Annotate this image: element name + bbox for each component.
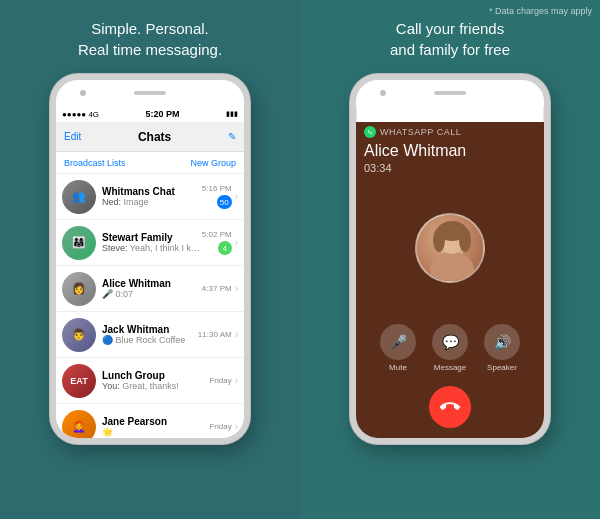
avatar-5: EAT [62, 364, 96, 398]
call-avatar-area [356, 180, 544, 316]
call-avatar [415, 213, 485, 283]
new-group[interactable]: New Group [190, 158, 236, 168]
call-controls: 🎤 Mute 💬 Message 🔊 Speaker [356, 316, 544, 380]
chat-meta-5: Friday [209, 376, 231, 385]
message-icon-circle: 💬 [432, 324, 468, 360]
speaker-icon-circle: 🔊 [484, 324, 520, 360]
chat-row-1[interactable]: 👥 Whitmans Chat Ned: Image 5:16 PM 50 › [56, 174, 244, 220]
right-panel: * Data charges may apply Call your frien… [300, 0, 600, 519]
chat-info-1: Whitmans Chat Ned: Image [102, 186, 202, 207]
speaker-left [134, 91, 166, 95]
call-screen: WHATSAPP CALL Alice Whitman 03:34 [356, 122, 544, 438]
chats-title: Chats [138, 130, 171, 144]
mute-icon-circle: 🎤 [380, 324, 416, 360]
carrier-right: ●●●●● WiFi [362, 110, 404, 119]
right-tagline: Call your friends and family for free [390, 18, 510, 60]
broadcast-row: Broadcast Lists New Group [56, 152, 244, 174]
call-duration: 03:34 [356, 162, 544, 180]
avatar-2: 👨‍👩‍👧 [62, 226, 96, 260]
end-call-button[interactable] [429, 386, 471, 428]
chat-name-2: Stewart Family [102, 232, 202, 243]
edit-button[interactable]: Edit [64, 131, 81, 142]
chat-meta-3: 4:37 PM [202, 284, 232, 293]
chat-info-2: Stewart Family Steve: Yeah, I think I kn… [102, 232, 202, 253]
chat-badge-2: 4 [218, 241, 232, 255]
camera-left [80, 90, 86, 96]
svg-point-5 [459, 228, 471, 252]
wa-call-header: WHATSAPP CALL [356, 122, 544, 142]
wa-logo [364, 126, 376, 138]
avatar-1: 👥 [62, 180, 96, 214]
chevron-4: › [235, 329, 238, 340]
camera-right [380, 90, 386, 96]
speaker-label: Speaker [487, 363, 517, 372]
chat-info-4: Jack Whitman 🔵 Blue Rock Coffee [102, 324, 198, 345]
avatar-3: 👩 [62, 272, 96, 306]
chat-meta-4: 11:30 AM [198, 330, 232, 339]
time-left: 5:20 PM [146, 109, 180, 119]
mute-button[interactable]: 🎤 Mute [380, 324, 416, 372]
avatar-4: 👨 [62, 318, 96, 352]
chat-name-6: Jane Pearson [102, 416, 209, 427]
chat-row-5[interactable]: EAT Lunch Group You: Great, thanks! Frid… [56, 358, 244, 404]
wa-call-label: WHATSAPP CALL [380, 127, 461, 137]
caller-name: Alice Whitman [356, 142, 544, 162]
chat-meta-6: Friday [209, 422, 231, 431]
chat-row-6[interactable]: 👩‍🦰 Jane Pearson 🌟 Friday › [56, 404, 244, 438]
chat-row-2[interactable]: 👨‍👩‍👧 Stewart Family Steve: Yeah, I thin… [56, 220, 244, 266]
left-tagline: Simple. Personal. Real time messaging. [78, 18, 222, 60]
speaker-button[interactable]: 🔊 Speaker [484, 324, 520, 372]
battery-right: ▮▮▮ [526, 110, 538, 118]
status-bar-right: ●●●●● WiFi 5:20 PM ▮▮▮ [356, 106, 544, 122]
chat-row-4[interactable]: 👨 Jack Whitman 🔵 Blue Rock Coffee 11:30 … [56, 312, 244, 358]
avatar-6: 👩‍🦰 [62, 410, 96, 439]
chat-preview-1: Ned: Image [102, 197, 202, 207]
speaker-right [434, 91, 466, 95]
chat-meta-1: 5:16 PM 50 [202, 184, 232, 209]
chat-info-5: Lunch Group You: Great, thanks! [102, 370, 209, 391]
mute-label: Mute [389, 363, 407, 372]
chat-preview-4: 🔵 Blue Rock Coffee [102, 335, 198, 345]
phone-top-bar-left [56, 80, 244, 106]
chat-badge-1: 50 [217, 195, 232, 209]
message-label: Message [434, 363, 466, 372]
status-bar-left: ●●●●● 4G 5:20 PM ▮▮▮ [56, 106, 244, 122]
chat-preview-2: Steve: Yeah, I think I know wha... [102, 243, 202, 253]
caller-photo [417, 215, 483, 281]
left-panel: Simple. Personal. Real time messaging. ●… [0, 0, 300, 519]
broadcast-lists[interactable]: Broadcast Lists [64, 158, 126, 168]
chevron-6: › [235, 421, 238, 432]
left-phone: ●●●●● 4G 5:20 PM ▮▮▮ Edit Chats ✎ Broadc… [50, 74, 250, 444]
svg-point-4 [433, 228, 445, 252]
call-screen-container: ●●●●● WiFi 5:20 PM ▮▮▮ WHATSAPP CALL Ali… [356, 106, 544, 438]
chat-info-3: Alice Whitman 🎤 0:07 [102, 278, 202, 299]
chevron-5: › [235, 375, 238, 386]
chat-name-1: Whitmans Chat [102, 186, 202, 197]
chat-name-3: Alice Whitman [102, 278, 202, 289]
chat-screen: ●●●●● 4G 5:20 PM ▮▮▮ Edit Chats ✎ Broadc… [56, 106, 244, 438]
right-phone: ●●●●● WiFi 5:20 PM ▮▮▮ WHATSAPP CALL Ali… [350, 74, 550, 444]
chevron-3: › [235, 283, 238, 294]
chat-info-6: Jane Pearson 🌟 [102, 416, 209, 437]
time-right: 5:20 PM [448, 109, 482, 119]
end-call-area [356, 380, 544, 438]
chevron-2: › [235, 237, 238, 248]
chat-name-4: Jack Whitman [102, 324, 198, 335]
phone-top-bar-right [356, 80, 544, 106]
chat-name-5: Lunch Group [102, 370, 209, 381]
data-notice: * Data charges may apply [489, 6, 592, 16]
message-button[interactable]: 💬 Message [432, 324, 468, 372]
chat-preview-6: 🌟 [102, 427, 209, 437]
carrier-left: ●●●●● 4G [62, 110, 99, 119]
compose-icon[interactable]: ✎ [228, 131, 236, 142]
chat-row-3[interactable]: 👩 Alice Whitman 🎤 0:07 4:37 PM › [56, 266, 244, 312]
chat-meta-2: 5:02 PM 4 [202, 230, 232, 255]
chats-nav: Edit Chats ✎ [56, 122, 244, 152]
chat-list: 👥 Whitmans Chat Ned: Image 5:16 PM 50 › [56, 174, 244, 438]
chevron-1: › [235, 191, 238, 202]
chat-preview-3: 🎤 0:07 [102, 289, 202, 299]
battery-area-left: ▮▮▮ [226, 110, 238, 118]
chat-preview-5: You: Great, thanks! [102, 381, 209, 391]
svg-point-1 [430, 252, 474, 283]
